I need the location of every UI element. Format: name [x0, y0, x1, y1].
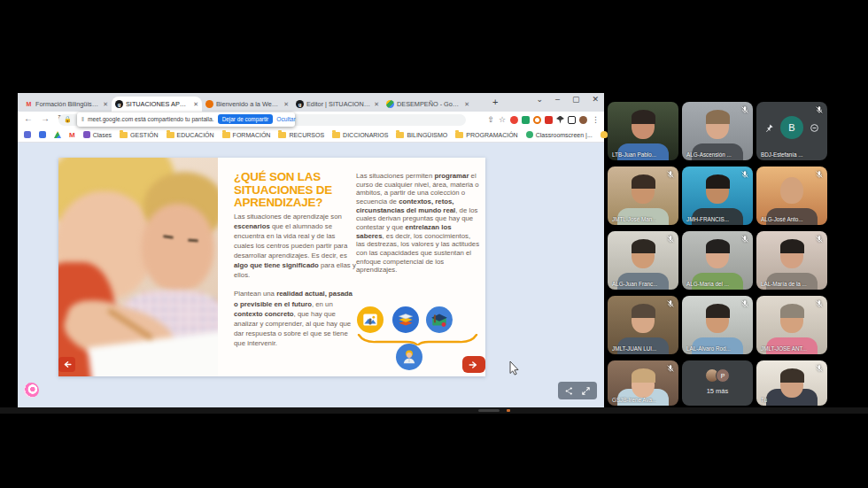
folder-icon — [222, 132, 230, 138]
folder-icon — [278, 132, 286, 138]
participant-tile[interactable]: ALG-María del ... — [682, 231, 753, 290]
folder-icon — [396, 132, 404, 138]
ext-dark-pin[interactable] — [556, 116, 564, 124]
bookmark-star-icon[interactable]: ☆ — [499, 115, 506, 124]
participant-hair — [632, 239, 655, 253]
participant-tile[interactable]: GSJB-Irene Ava... — [608, 360, 678, 406]
participant-tile[interactable]: JMLT-JOSE ANT... — [756, 296, 827, 354]
participant-tile[interactable]: LTB-Juan Pablo... — [608, 102, 678, 160]
genially-logo[interactable] — [24, 383, 39, 398]
tab-close-icon[interactable]: ✕ — [283, 101, 289, 108]
remove-icon[interactable] — [810, 123, 819, 133]
bookmark-clases[interactable]: Clases — [83, 131, 112, 138]
graduation-icon — [426, 306, 453, 333]
meet-participant-grid: LTB-Juan Pablo...ALG-Ascensión ...BBDJ-E… — [608, 102, 827, 406]
student-icon — [396, 344, 422, 370]
participant-name: JMH-FRANCIS... — [686, 216, 729, 222]
bookmark-label: PROGRAMACIÓN — [466, 132, 517, 138]
mic-muted-icon — [666, 170, 675, 179]
tab-close-icon[interactable]: ✕ — [464, 101, 469, 108]
participant-hair — [780, 368, 804, 383]
mic-muted-icon — [740, 235, 749, 244]
taskbar-sliver — [0, 407, 868, 414]
participant-tile[interactable]: JMTL-José Man... — [608, 167, 678, 225]
participant-tile[interactable]: LAL-Álvaro Rod... — [682, 296, 753, 354]
participant-hair — [706, 110, 730, 124]
participant-head — [780, 177, 803, 204]
new-tab-button[interactable]: + — [492, 97, 498, 107]
mic-muted-icon — [666, 299, 675, 308]
participant-tile[interactable]: LAL-María de la ... — [756, 231, 827, 290]
profile-avatar[interactable] — [579, 116, 587, 124]
bookmark-m[interactable]: M — [69, 131, 75, 138]
share-page-icon[interactable]: ⇧ — [487, 115, 494, 124]
bookmark-classroomscreen-[interactable]: Classroomscreen |... — [526, 131, 593, 138]
tab-2[interactable]: gSITUACIONES APRENDIZAJE✕ — [112, 97, 202, 112]
pin-icon[interactable] — [764, 123, 774, 133]
mic-muted-icon — [815, 364, 824, 373]
more-participants-label: 15 más — [682, 387, 753, 395]
tab-title: Editor | SITUACIONES APRE... — [306, 100, 371, 108]
fullscreen-icon[interactable] — [581, 386, 591, 396]
bookmark-recursos[interactable]: RECURSOS — [278, 131, 324, 138]
ext-meet-red[interactable] — [510, 116, 518, 124]
tab-4[interactable]: gEditor | SITUACIONES APRE...✕ — [292, 97, 383, 112]
back-icon[interactable]: ← — [24, 113, 33, 123]
ext-pdf-red[interactable] — [545, 116, 553, 124]
tab-share-icon: ‖ — [81, 116, 84, 122]
tab-close-icon[interactable]: ✕ — [374, 101, 379, 108]
participant-tile[interactable]: Tú — [756, 360, 827, 406]
participant-tile[interactable]: ALG-Juan Franc... — [608, 231, 678, 290]
mouse-cursor — [509, 360, 520, 376]
tab-close-icon[interactable]: ✕ — [193, 101, 198, 108]
participant-hair — [706, 174, 730, 189]
kebab-menu-icon[interactable]: ⋮ — [592, 115, 600, 124]
hide-banner-link[interactable]: Ocultar — [276, 116, 296, 122]
participant-tile[interactable]: ALG-José Anto... — [756, 167, 827, 225]
tab-title: Formación Bilingüismo Prim... — [35, 100, 100, 108]
bookmark-diccionarios[interactable]: DICCIONARIOS — [332, 131, 388, 138]
participant-tile[interactable]: JMLT-JUAN LUI... — [608, 296, 678, 354]
slide-back-button[interactable] — [58, 357, 75, 372]
ext-orange-ring[interactable] — [533, 116, 541, 124]
restore-icon[interactable]: ▢ — [572, 95, 580, 104]
tab-1[interactable]: MFormación Bilingüismo Prim...✕ — [21, 97, 112, 112]
minimize-icon[interactable]: – — [555, 95, 560, 104]
bookmark-label: DICCIONARIOS — [343, 132, 388, 138]
stop-sharing-button[interactable]: Dejar de compartir — [218, 114, 274, 124]
bookmark-formaci-n[interactable]: FORMACIÓN — [222, 131, 271, 138]
bookmark-gesti-n[interactable]: GESTIÓN — [120, 131, 159, 138]
participant-name: ALG-Juan Franc... — [612, 281, 657, 287]
bookmark-educaci-n[interactable]: EDUCACIÓN — [167, 131, 214, 138]
participant-tile[interactable]: P15 más — [682, 360, 753, 406]
screen: MFormación Bilingüismo Prim...✕gSITUACIO… — [0, 0, 868, 488]
participant-hair — [632, 304, 655, 318]
lock-icon: 🔒 — [64, 116, 72, 123]
tab-3[interactable]: Bienvenido a la Web Educa...✕ — [202, 97, 292, 112]
close-icon[interactable]: ✕ — [592, 95, 599, 104]
participant-tile[interactable]: BBDJ-Estefanía ... — [756, 102, 827, 160]
clases-purple-icon — [83, 131, 90, 138]
ext-window-dark[interactable] — [568, 116, 576, 124]
web-orange-favicon-icon — [205, 100, 213, 108]
tab-close-icon[interactable]: ✕ — [103, 101, 108, 108]
bookmark-programaci-n[interactable]: PROGRAMACIÓN — [455, 131, 517, 138]
tab-5[interactable]: DESEMPEÑO - Google Drive✕ — [383, 97, 473, 112]
bookmark-app-tile-blue[interactable] — [24, 131, 31, 138]
participant-tile[interactable]: JMH-FRANCIS... — [682, 167, 753, 225]
browser-window: MFormación Bilingüismo Prim...✕gSITUACIO… — [18, 93, 604, 407]
mic-muted-icon — [740, 105, 749, 114]
participant-tile[interactable]: ALG-Ascensión ... — [682, 102, 753, 160]
forward-icon[interactable]: → — [41, 113, 50, 123]
window-controls: ⌄ – ▢ ✕ — [536, 95, 599, 104]
participant-name: JMLT-JUAN LUI... — [612, 345, 656, 352]
share-icon[interactable] — [564, 386, 574, 396]
window-menu-icon[interactable]: ⌄ — [536, 95, 543, 104]
bookmark-biling-ismo[interactable]: BILINGÜISMO — [396, 131, 447, 138]
bookmark-app-tile-indigo[interactable] — [39, 131, 46, 138]
bookmark-drive-triangle[interactable] — [54, 131, 61, 138]
tab-title: DESEMPEÑO - Google Drive — [397, 100, 461, 108]
tab-title: SITUACIONES APRENDIZAJE — [126, 100, 190, 108]
slide-next-button[interactable] — [462, 356, 485, 373]
ext-green[interactable] — [522, 116, 530, 124]
